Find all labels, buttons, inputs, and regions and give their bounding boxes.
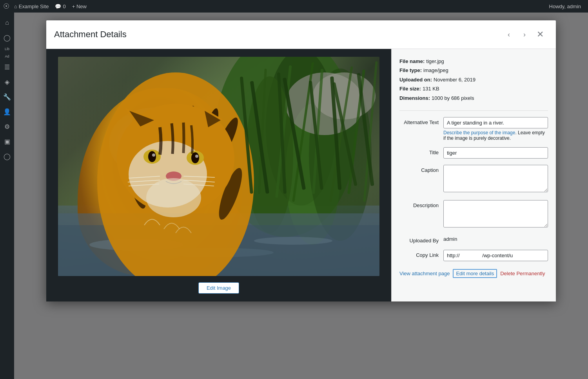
- modal-title: Attachment Details: [54, 29, 501, 40]
- adminbar-comments[interactable]: 💬 0: [52, 0, 69, 13]
- sidebar-item-add[interactable]: Ad: [4, 53, 10, 60]
- file-type-label: File type:: [399, 66, 422, 75]
- caption-label: Caption: [399, 165, 439, 173]
- file-type-value: image/jpeg: [423, 66, 448, 75]
- close-modal-button[interactable]: ✕: [532, 27, 548, 42]
- description-label: Description: [399, 200, 439, 208]
- alt-text-help-text: Describe the purpose of the image. Leave…: [443, 130, 548, 141]
- alt-text-input-wrap: Describe the purpose of the image. Leave…: [443, 117, 548, 141]
- copy-link-field-row: Copy Link: [399, 250, 548, 261]
- uploaded-by-label: Uploaded By: [399, 235, 439, 244]
- next-attachment-button[interactable]: ›: [517, 27, 532, 42]
- sidebar-icon-tools[interactable]: 🔧: [0, 90, 14, 104]
- svg-point-26: [148, 151, 156, 162]
- sidebar-icon-stats[interactable]: ▣: [0, 135, 14, 149]
- home-icon: ⌂: [14, 4, 17, 9]
- file-name-label: File name:: [399, 57, 425, 66]
- file-info-section: File name: tiger.jpg File type: image/jp…: [399, 57, 548, 103]
- sidebar-item-lib[interactable]: Lib: [4, 45, 10, 53]
- description-input-wrap: [443, 200, 548, 229]
- wp-logo[interactable]: ☉: [3, 2, 9, 11]
- copy-link-input[interactable]: [443, 250, 548, 261]
- uploaded-by-value-wrap: admin: [443, 235, 548, 242]
- details-panel: File name: tiger.jpg File type: image/jp…: [391, 49, 556, 301]
- copy-link-label: Copy Link: [399, 250, 439, 258]
- modal-body: Edit Image File name: tiger.jpg File typ…: [46, 49, 556, 301]
- sidebar-icon-settings[interactable]: ⚙: [0, 120, 14, 134]
- svg-point-28: [152, 153, 155, 157]
- uploaded-on-value: November 6, 2019: [434, 75, 475, 84]
- chevron-left-icon: ‹: [508, 31, 510, 39]
- modal-overlay: Attachment Details ‹ › ✕: [14, 13, 588, 379]
- delete-permanently-link[interactable]: Delete Permanently: [500, 271, 545, 276]
- prev-attachment-button[interactable]: ‹: [501, 27, 517, 42]
- close-icon: ✕: [537, 29, 544, 40]
- sidebar-icon-users[interactable]: 👤: [0, 105, 14, 119]
- uploaded-by-value: admin: [443, 234, 457, 242]
- sidebar-icon-tags[interactable]: ◈: [0, 75, 14, 89]
- sidebar-icon-pages[interactable]: ☰: [0, 60, 14, 74]
- alt-text-input[interactable]: [443, 117, 548, 128]
- copy-link-input-wrap: [443, 250, 548, 261]
- caption-input-wrap: [443, 165, 548, 194]
- title-input[interactable]: [443, 147, 548, 159]
- caption-field-row: Caption: [399, 165, 548, 194]
- chevron-right-icon: ›: [523, 31, 526, 39]
- file-name-value: tiger.jpg: [426, 57, 444, 66]
- title-input-wrap: [443, 147, 548, 159]
- footer-links: View attachment page Edit more details D…: [399, 269, 548, 278]
- sidebar-icon-customize[interactable]: ◯: [0, 31, 14, 45]
- svg-point-29: [195, 155, 198, 158]
- sidebar: ⌂ ◯ Lib Ad ☰ ◈ 🔧 👤 ⚙ ▣ ◯: [0, 13, 14, 379]
- svg-point-27: [191, 152, 199, 163]
- adminbar-howdy: Howdy, admin: [545, 4, 585, 9]
- file-size-value: 131 KB: [423, 84, 439, 93]
- attachment-modal: Attachment Details ‹ › ✕: [46, 20, 556, 301]
- admin-bar: ☉ ⌂ Example Site 💬 0 + New Howdy, admin: [0, 0, 588, 13]
- title-field-row: Title: [399, 147, 548, 159]
- sidebar-icon-home[interactable]: ⌂: [0, 16, 14, 30]
- edit-image-button-container: Edit Image: [198, 282, 239, 294]
- modal-header: Attachment Details ‹ › ✕: [46, 20, 556, 49]
- alt-text-help-link[interactable]: Describe the purpose of the image: [443, 130, 515, 135]
- description-field-row: Description: [399, 200, 548, 229]
- caption-textarea[interactable]: [443, 165, 548, 192]
- adminbar-new[interactable]: + New: [69, 0, 90, 13]
- dimensions-value: 1000 by 686 pixels: [432, 94, 474, 103]
- adminbar-site-link[interactable]: ⌂ Example Site: [11, 0, 52, 13]
- svg-point-12: [254, 237, 332, 245]
- edit-more-details-link[interactable]: Edit more details: [453, 269, 497, 278]
- alt-text-field-row: Alternative Text Describe the purpose of…: [399, 117, 548, 141]
- svg-point-41: [146, 178, 201, 217]
- attachment-image: [58, 57, 379, 276]
- dimensions-label: Dimensions:: [399, 94, 430, 103]
- uploaded-on-label: Uploaded on:: [399, 75, 432, 84]
- sidebar-icon-circle[interactable]: ◯: [0, 150, 14, 164]
- file-size-label: File size:: [399, 84, 421, 93]
- alt-text-label: Alternative Text: [399, 117, 439, 125]
- description-textarea[interactable]: [443, 200, 548, 227]
- edit-image-button[interactable]: Edit Image: [198, 282, 239, 294]
- comments-icon: 💬: [55, 4, 61, 9]
- view-attachment-link[interactable]: View attachment page: [399, 271, 450, 276]
- main-content: Attachment Details ‹ › ✕: [14, 13, 588, 379]
- image-panel: Edit Image: [46, 49, 391, 301]
- uploaded-by-field-row: Uploaded By admin: [399, 235, 548, 244]
- title-label: Title: [399, 147, 439, 155]
